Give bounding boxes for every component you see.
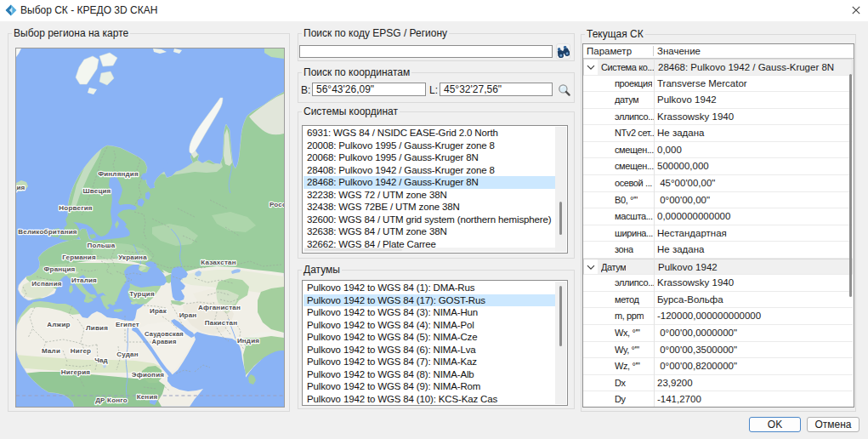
datums-scrollbar-thumb[interactable]	[559, 286, 562, 346]
table-row[interactable]: датумPulkovo 1942	[583, 92, 853, 109]
datums-list-item[interactable]: Pulkovo 1942 to WGS 84 (17): GOST-Rus	[304, 294, 555, 307]
param-cell: зона	[615, 244, 633, 254]
chevron-down-icon[interactable]	[587, 265, 595, 271]
longitude-input[interactable]: 45°32'27,56"	[440, 83, 553, 96]
table-row[interactable]: m, ppm-120000,000000000000	[583, 308, 853, 325]
datums-list-item[interactable]: Pulkovo 1942 to WGS 84 (6): NIMA-Lva	[304, 344, 555, 356]
close-button[interactable]	[847, 1, 865, 20]
datums-scrollbar-track[interactable]	[555, 282, 566, 404]
systems-list-item[interactable]: 32600: WGS 84 / UTM grid system (norther…	[304, 214, 555, 226]
datums-list-item[interactable]: Pulkovo 1942 to WGS 84 (7): NIMA-Kaz	[304, 356, 555, 368]
value-cell: 0°00'00,3500000"	[657, 345, 737, 355]
value-cell: 500000,000	[657, 161, 709, 171]
coord-search-button[interactable]	[557, 83, 571, 97]
map-label: Индия	[237, 337, 259, 345]
map-label: Мали	[42, 347, 60, 355]
datums-list-item[interactable]: Pulkovo 1942 to WGS 84 (8): NIMA-Alb	[304, 368, 555, 381]
param-cell: Wx, °'"	[615, 328, 640, 338]
param-cell: NTv2 сет...	[615, 128, 655, 138]
systems-list-item[interactable]: 32638: WGS 84 / UTM zone 38N	[304, 225, 555, 238]
map-label: Пакистан	[205, 319, 237, 327]
value-column-header: Значение	[657, 46, 701, 56]
value-cell: Transverse Mercator	[657, 78, 747, 88]
systems-hscrollbar-track[interactable]	[304, 248, 555, 252]
table-row[interactable]: Wx, °'" 0°00'00,0000000"	[583, 325, 853, 342]
table-row[interactable]: ширина...Нестандартная	[583, 225, 853, 242]
datums-list-item[interactable]: Pulkovo 1942 to WGS 84 (5): NIMA-Cze	[304, 331, 555, 344]
value-cell: -120000,000000000000	[657, 311, 761, 321]
latitude-input[interactable]: 56°43'26,09"	[312, 83, 426, 96]
value-cell: 0°00'00,0000000"	[657, 328, 737, 338]
systems-list-item[interactable]: 20068: Pulkovo 1995 / Gauss-Kruger 8N	[304, 151, 555, 164]
epsg-search-button[interactable]	[556, 43, 570, 60]
datums-list-item[interactable]: Pulkovo 1942 to WGS 84 (1): DMA-Rus	[304, 282, 555, 294]
param-cell: Wz, °'"	[615, 361, 640, 371]
datums-group-title: Датумы	[302, 264, 342, 277]
table-scrollbar-thumb[interactable]	[849, 74, 852, 297]
title-bar: Выбор СК - КРЕДО 3D СКАН	[0, 0, 868, 21]
table-row[interactable]: зонаНе задана	[583, 242, 853, 259]
param-cell: Dy	[615, 394, 626, 404]
systems-list-item[interactable]: 32438: WGS 72BE / UTM zone 38N	[304, 201, 555, 214]
close-icon	[852, 6, 860, 14]
table-row[interactable]: Wy, °'" 0°00'00,3500000"	[583, 342, 853, 359]
map-label: Казахстан	[201, 259, 236, 266]
datums-list-item[interactable]: Pulkovo 1942 to WGS 84 (10): KCS-Kaz Cas	[304, 393, 555, 405]
ok-button[interactable]: OK	[749, 417, 801, 432]
map-label: ДР Конго	[95, 396, 128, 404]
systems-list-item[interactable]: 28408: Pulkovo 1942 / Gauss-Kruger zone …	[304, 164, 555, 177]
table-row[interactable]: смещен...500000,000	[583, 158, 853, 175]
column-separator[interactable]	[653, 46, 654, 56]
table-scrollbar-track[interactable]	[847, 59, 854, 407]
table-row[interactable]: эллипсо...Krassowsky 1940	[583, 275, 853, 292]
table-row[interactable]: B0, °'" 0°00'00,00"	[583, 192, 853, 209]
chevron-down-icon[interactable]	[587, 65, 595, 71]
datums-list[interactable]: Pulkovo 1942 to WGS 84 (1): DMA-RusPulko…	[302, 280, 568, 406]
systems-scrollbar-track[interactable]	[555, 127, 566, 252]
map-label: Италия	[71, 277, 97, 284]
value-cell: Pulkovo 1942	[658, 262, 718, 272]
table-row[interactable]: масшта...0,000000000000	[583, 208, 853, 225]
table-row[interactable]: Система ко...28468: Pulkovo 1942 / Gauss…	[583, 59, 853, 76]
value-cell: 45°00'00,00"	[657, 178, 715, 188]
map-canvas[interactable]: .lbl { font-family:"Liberation Sans",san…	[15, 48, 285, 408]
systems-group-title: Системы координат	[302, 105, 400, 118]
table-row[interactable]: Dx23,9200	[583, 375, 853, 392]
map-label: Египет	[116, 321, 139, 328]
cancel-button[interactable]: Отмена	[807, 417, 859, 432]
table-row[interactable]: эллипсо...Krassowsky 1940	[583, 109, 853, 126]
value-cell: Нестандартная	[657, 228, 727, 238]
param-cell: эллипсо...	[615, 277, 655, 288]
current-cs-table[interactable]: Параметр Значение Система ко...28468: Pu…	[582, 43, 854, 408]
systems-hscrollbar-thumb[interactable]	[304, 248, 402, 251]
value-cell: -141,2700	[657, 394, 701, 404]
table-row[interactable]: NTv2 сет...Не задана	[583, 125, 853, 142]
systems-scrollbar-thumb[interactable]	[559, 202, 562, 235]
systems-list-item[interactable]: 32238: WGS 72 / UTM zone 38N	[304, 189, 555, 202]
value-cell: 0°00'00,8200000"	[657, 361, 737, 371]
param-cell: Датум	[601, 262, 626, 272]
map-label: Чад	[94, 356, 108, 364]
coordinate-systems-list[interactable]: 6931: WGS 84 / NSIDC EASE-Grid 2.0 North…	[302, 125, 568, 254]
systems-list-item[interactable]: 6931: WGS 84 / NSIDC EASE-Grid 2.0 North	[304, 127, 555, 140]
systems-list-item[interactable]: 28468: Pulkovo 1942 / Gauss-Kruger 8N	[304, 176, 555, 189]
table-row[interactable]: ДатумPulkovo 1942	[583, 259, 853, 276]
table-row[interactable]: осевой ... 45°00'00,00"	[583, 175, 853, 192]
datums-list-item[interactable]: Pulkovo 1942 to WGS 84 (4): NIMA-Pol	[304, 319, 555, 332]
table-row[interactable]: методБурса-Вольфа	[583, 292, 853, 309]
europe-map: .lbl { font-family:"Liberation Sans",san…	[16, 48, 284, 407]
systems-list-item[interactable]: 20008: Pulkovo 1995 / Gauss-Kruger zone …	[304, 140, 555, 152]
map-label: Россия	[269, 201, 284, 208]
table-row[interactable]: Dy-141,2700	[583, 391, 853, 407]
table-row[interactable]: проекцияTransverse Mercator	[583, 76, 853, 93]
datums-list-item[interactable]: Pulkovo 1942 to WGS 84 (3): NIMA-Hun	[304, 306, 555, 319]
latitude-label: B:	[301, 84, 310, 96]
map-label: Ливия	[86, 324, 108, 332]
datums-group: Датумы Pulkovo 1942 to WGS 84 (1): DMA-R…	[298, 270, 575, 409]
table-row[interactable]: Wz, °'" 0°00'00,8200000"	[583, 358, 853, 375]
table-row[interactable]: смещен...0,000	[583, 142, 853, 159]
param-cell: Система ко...	[601, 62, 654, 72]
map-label: Алжир	[47, 321, 70, 328]
datums-list-item[interactable]: Pulkovo 1942 to WGS 84 (9): NIMA-Rom	[304, 380, 555, 393]
epsg-search-input[interactable]	[299, 45, 553, 58]
